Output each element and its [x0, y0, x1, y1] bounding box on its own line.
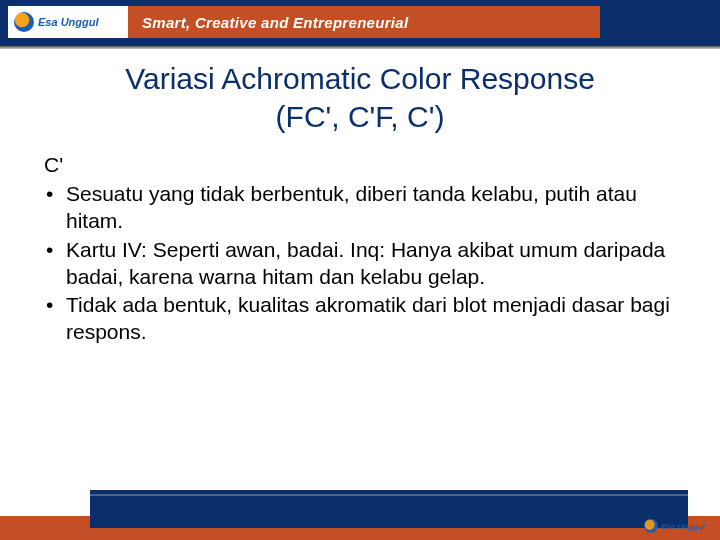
- logo: Esa Unggul: [8, 6, 128, 38]
- footer-band: Esa Unggul: [0, 478, 720, 540]
- slide-title: Variasi Achromatic Color Response (FC', …: [0, 60, 720, 135]
- section-label: C': [44, 152, 676, 179]
- title-line-2: (FC', C'F, C'): [0, 98, 720, 136]
- bullet-text: Sesuatu yang tidak berbentuk, diberi tan…: [66, 182, 637, 232]
- header-band: Esa Unggul Smart, Creative and Entrepren…: [0, 0, 720, 46]
- list-item: Sesuatu yang tidak berbentuk, diberi tan…: [44, 181, 676, 235]
- slide: Esa Unggul Smart, Creative and Entrepren…: [0, 0, 720, 540]
- list-item: Tidak ada bentuk, kualitas akromatik dar…: [44, 292, 676, 346]
- footer-logo: Esa Unggul: [644, 514, 714, 538]
- bullet-text: Tidak ada bentuk, kualitas akromatik dar…: [66, 293, 670, 343]
- list-item: Kartu IV: Seperti awan, badai. Inq: Hany…: [44, 237, 676, 291]
- bullet-text: Kartu IV: Seperti awan, badai. Inq: Hany…: [66, 238, 665, 288]
- logo-swirl-icon: [14, 12, 34, 32]
- logo-swirl-icon: [644, 519, 658, 533]
- tagline: Smart, Creative and Entrepreneurial: [128, 14, 408, 31]
- slide-body: C' Sesuatu yang tidak berbentuk, diberi …: [44, 152, 676, 348]
- header-underline: [0, 46, 720, 49]
- footer-logo-text: Esa Unggul: [661, 522, 705, 531]
- title-line-1: Variasi Achromatic Color Response: [0, 60, 720, 98]
- header-inner: Esa Unggul Smart, Creative and Entrepren…: [8, 6, 600, 38]
- footer-navy-bar: [90, 490, 688, 528]
- bullet-list: Sesuatu yang tidak berbentuk, diberi tan…: [44, 181, 676, 346]
- logo-text: Esa Unggul: [38, 16, 99, 28]
